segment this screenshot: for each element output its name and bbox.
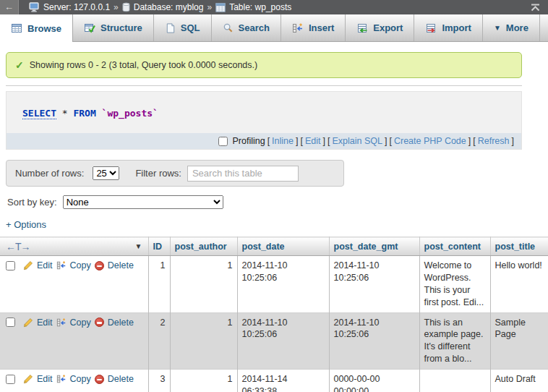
bracket: ] xyxy=(512,136,514,146)
tab-export[interactable]: Export xyxy=(346,14,414,41)
row-select-checkbox[interactable] xyxy=(6,261,15,270)
profiling-checkbox[interactable] xyxy=(218,137,228,146)
column-move-arrows-icon[interactable]: ←T→ xyxy=(6,241,30,252)
table-row: Edit Copy Delete 3 1 2014-11-14 06:33:38… xyxy=(0,370,548,392)
breadcrumb-table[interactable]: Table: wp_posts xyxy=(229,2,291,12)
server-icon xyxy=(29,2,40,12)
inline-link[interactable]: Inline xyxy=(272,136,294,146)
cell-id: 3 xyxy=(148,370,170,392)
tab-import[interactable]: Import xyxy=(414,14,482,41)
search-icon xyxy=(223,22,234,33)
breadcrumb-separator: » xyxy=(207,2,212,12)
tab-import-label: Import xyxy=(442,22,471,33)
tab-sql[interactable]: SQL xyxy=(154,14,212,41)
table-row: Edit Copy Delete 2 1 2014-11-10 10:25:06… xyxy=(0,312,548,370)
edit-query-link[interactable]: Edit xyxy=(305,136,321,146)
edit-row-link[interactable]: Edit xyxy=(37,317,53,329)
cell-post-date-gmt: 2014-11-10 10:25:06 xyxy=(329,256,419,313)
column-header-id[interactable]: ID xyxy=(148,237,170,256)
tab-insert[interactable]: Insert xyxy=(281,14,346,41)
delete-minus-icon xyxy=(95,375,104,384)
tab-more-label: More xyxy=(506,22,528,33)
bracket: ] xyxy=(468,136,471,146)
cell-id: 1 xyxy=(148,256,170,313)
bracket: [ xyxy=(389,136,391,146)
bracket: [ xyxy=(473,136,475,146)
results-table: ←T→ ▼ ID post_author post_date post_date… xyxy=(0,237,548,392)
copy-row-link[interactable]: Copy xyxy=(70,260,91,272)
back-button[interactable]: ← xyxy=(0,0,19,14)
column-header-post-title[interactable]: post_title xyxy=(490,237,548,256)
edit-pencil-icon xyxy=(23,318,33,328)
delete-row-link[interactable]: Delete xyxy=(108,373,134,385)
breadcrumb: Server: 127.0.0.1 » Database: myblog » T… xyxy=(19,2,523,12)
profiling-label: Profiling xyxy=(232,136,265,146)
tab-export-label: Export xyxy=(373,22,403,33)
database-icon xyxy=(122,2,130,12)
copy-row-link[interactable]: Copy xyxy=(70,373,91,385)
row-select-checkbox[interactable] xyxy=(6,375,15,384)
row-select-checkbox[interactable] xyxy=(6,318,15,327)
tab-bar: Browse Structure SQL Search Insert Expor… xyxy=(0,14,548,42)
refresh-link[interactable]: Refresh xyxy=(478,136,510,146)
bracket: [ xyxy=(327,136,330,146)
tab-browse[interactable]: Browse xyxy=(0,14,73,42)
copy-row-link[interactable]: Copy xyxy=(70,317,91,329)
breadcrumb-separator: » xyxy=(114,2,119,12)
actions-menu-icon[interactable]: ▼ xyxy=(135,242,142,250)
section-divider xyxy=(6,85,522,86)
sort-by-key-select[interactable]: None xyxy=(63,195,223,209)
bracket: [ xyxy=(300,136,302,146)
column-header-post-date-gmt[interactable]: post_date_gmt xyxy=(329,237,419,256)
edit-pencil-icon xyxy=(23,260,33,270)
browse-icon xyxy=(11,22,22,34)
tab-search[interactable]: Search xyxy=(212,14,281,41)
sort-by-key-label: Sort by key: xyxy=(7,197,57,208)
tab-sql-label: SQL xyxy=(181,22,200,33)
sql-keyword-select[interactable]: SELECT xyxy=(22,108,56,119)
delete-row-link[interactable]: Delete xyxy=(108,260,134,272)
column-header-post-date[interactable]: post_date xyxy=(237,237,329,256)
breadcrumb-bar: ← Server: 127.0.0.1 » Database: myblog »… xyxy=(0,0,548,14)
bracket: ] xyxy=(296,136,298,146)
sql-table-name: `wp_posts` xyxy=(102,108,158,119)
breadcrumb-server[interactable]: Server: 127.0.0.1 xyxy=(43,2,110,12)
cell-post-author: 1 xyxy=(170,370,237,392)
delete-minus-icon xyxy=(95,318,104,327)
insert-icon xyxy=(292,22,304,34)
delete-minus-icon xyxy=(95,261,104,270)
options-toggle-link[interactable]: + Options xyxy=(6,219,46,230)
breadcrumb-database[interactable]: Database: myblog xyxy=(134,2,204,12)
bracket: ] xyxy=(323,136,325,146)
tab-more[interactable]: ▼ More xyxy=(483,14,540,41)
sql-icon xyxy=(165,22,176,34)
collapse-console-icon[interactable] xyxy=(523,4,548,12)
cell-post-date: 2014-11-10 10:25:06 xyxy=(237,256,329,313)
copy-row-icon xyxy=(56,260,67,270)
row-controls-bar: Number of rows: 25 Filter rows: xyxy=(6,160,344,187)
cell-post-author: 1 xyxy=(170,256,237,313)
cell-post-date-gmt: 2014-11-10 10:25:06 xyxy=(329,312,419,370)
cell-post-title: Auto Draft xyxy=(490,370,548,392)
table-icon xyxy=(215,3,226,12)
create-php-code-link[interactable]: Create PHP Code xyxy=(394,136,466,146)
filter-rows-input[interactable] xyxy=(187,166,299,182)
table-header-row: ←T→ ▼ ID post_author post_date post_date… xyxy=(0,237,548,256)
sort-controls: Sort by key: None xyxy=(7,195,548,209)
edit-pencil-icon xyxy=(23,374,33,384)
table-row: Edit Copy Delete 1 1 2014-11-10 10:25:06… xyxy=(0,256,548,313)
tab-insert-label: Insert xyxy=(309,22,334,33)
num-rows-select[interactable]: 25 xyxy=(93,166,119,180)
explain-sql-link[interactable]: Explain SQL xyxy=(332,136,382,146)
delete-row-link[interactable]: Delete xyxy=(108,317,134,329)
tab-structure[interactable]: Structure xyxy=(73,14,154,41)
edit-row-link[interactable]: Edit xyxy=(37,373,53,385)
cell-post-date-gmt: 0000-00-00 00:00:00 xyxy=(329,370,419,392)
column-header-post-content[interactable]: post_content xyxy=(419,237,490,256)
column-header-post-author[interactable]: post_author xyxy=(170,237,237,256)
tab-search-label: Search xyxy=(239,22,270,33)
edit-row-link[interactable]: Edit xyxy=(37,260,53,272)
copy-row-icon xyxy=(56,374,67,384)
cell-id: 2 xyxy=(148,312,170,370)
cell-post-author: 1 xyxy=(170,312,237,370)
